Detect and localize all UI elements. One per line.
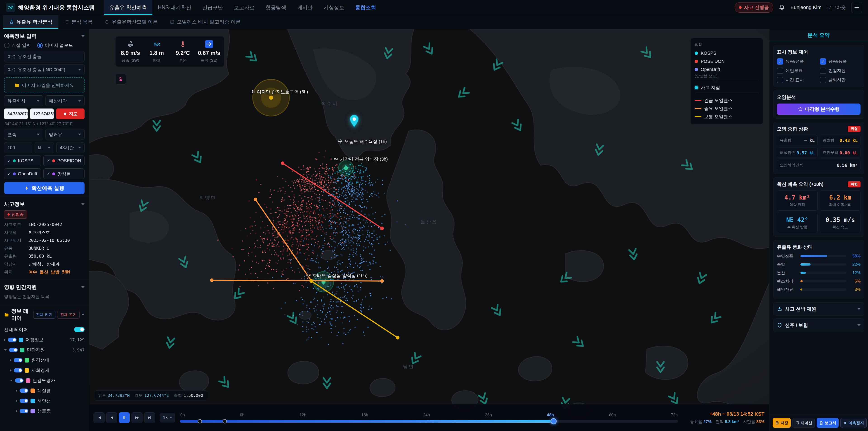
layers-all-off-button[interactable]: 전체 끄기	[57, 311, 80, 319]
user-name[interactable]: Eunjeong Kim	[790, 4, 822, 10]
display-checkbox-예인부표[interactable]: 예인부표	[777, 68, 817, 74]
sensitive-overlay-button[interactable]	[115, 74, 126, 85]
expand-arrow-icon[interactable]	[16, 390, 18, 392]
expand-arrow-icon[interactable]	[10, 380, 13, 381]
pause-button[interactable]	[119, 412, 130, 423]
layer-item[interactable]: 환경생태	[4, 355, 85, 365]
expand-arrow-icon[interactable]	[10, 359, 11, 362]
재계산-button[interactable]: 재계산	[793, 418, 815, 428]
image-upload-dropzone[interactable]: 이미지 파일을 선택하세요	[4, 77, 85, 93]
skip-start-button[interactable]	[94, 412, 104, 423]
nav-item-8[interactable]: 통합조회	[350, 0, 381, 15]
timeline-tick[interactable]: 24h	[423, 413, 430, 418]
polygon-analysis-button[interactable]: 다각형 분석수행	[777, 103, 861, 115]
layer-toggle[interactable]	[8, 338, 17, 342]
timeline-knob[interactable]	[550, 418, 557, 425]
display-checkbox-풍량/풍속[interactable]: ✓풍량/풍속	[820, 58, 861, 65]
map-canvas-area[interactable]: 여수시화양면돌산읍남면여자만 습지보호구역 (6h)오동도 해수욕장 (1h)가…	[89, 29, 770, 431]
collapsible-section-shield[interactable]: 선주 / 보험	[773, 318, 864, 332]
master-layer-toggle[interactable]	[74, 327, 85, 332]
longitude-input[interactable]: 127.674359903	[30, 109, 54, 119]
fast-forward-button[interactable]	[131, 412, 143, 423]
layer-item[interactable]: 사회경제	[4, 365, 85, 375]
timeline-tick[interactable]: 48h	[547, 413, 554, 418]
timeline-event-marker[interactable]	[223, 419, 227, 424]
timeline-tick[interactable]: 18h	[362, 413, 368, 418]
tab-4[interactable]: 오일펜스 배치 알고리즘 이론	[164, 15, 246, 29]
notifications-button[interactable]	[779, 4, 785, 11]
timeline-tick[interactable]: 36h	[485, 413, 492, 418]
checkbox-icon[interactable]	[820, 77, 826, 83]
input-mode-radio-1[interactable]: 직접 입력	[4, 42, 31, 49]
layer-toggle[interactable]	[20, 409, 28, 413]
collapse-chevron-icon[interactable]	[81, 286, 85, 288]
input-mode-radio-2[interactable]: 이미지 업로드	[37, 42, 73, 49]
checkbox-icon[interactable]: ✓	[820, 58, 826, 65]
expand-arrow-icon[interactable]	[16, 410, 18, 412]
timeline-tick[interactable]: 0h	[180, 413, 185, 418]
timeline-event-marker[interactable]	[197, 419, 202, 424]
logout-button[interactable]: 로그아웃	[827, 4, 846, 11]
step-back-button[interactable]	[106, 412, 117, 423]
display-checkbox-유량/유속[interactable]: ✓유량/유속	[777, 58, 817, 65]
nav-item-4[interactable]: 보고자료	[228, 0, 260, 15]
display-checkbox-시간 표시[interactable]: 시간 표시	[777, 77, 817, 83]
collapsible-section-ship[interactable]: 사고 선박 제원	[773, 302, 864, 316]
timeline-tick[interactable]: 12h	[300, 413, 306, 418]
incident-select[interactable]: 여수 유조선 충돌 (INC-0042)	[4, 64, 85, 75]
tab-1[interactable]: 유출유 확산분석	[3, 15, 58, 29]
layer-toggle[interactable]	[20, 399, 28, 403]
expand-arrow-icon[interactable]	[16, 400, 18, 402]
expand-arrow-icon[interactable]	[4, 339, 6, 341]
timeline-track[interactable]	[180, 420, 678, 423]
layer-item[interactable]: 민감자원3,947	[4, 345, 85, 355]
skip-end-button[interactable]	[144, 412, 155, 423]
menu-button[interactable]	[851, 2, 862, 13]
collapse-chevron-icon[interactable]	[81, 204, 85, 205]
expand-arrow-icon[interactable]	[4, 349, 7, 351]
speed-select[interactable]: 1×	[160, 413, 175, 423]
collapse-chevron-icon[interactable]	[81, 35, 85, 37]
layer-toggle[interactable]	[20, 389, 28, 393]
nav-item-3[interactable]: 긴급구난	[197, 0, 228, 15]
timeline-tick[interactable]: 6h	[240, 413, 244, 418]
nav-item-7[interactable]: 기상정보	[318, 0, 350, 15]
layer-item[interactable]: 생물종	[4, 406, 85, 416]
display-checkbox-날씨시간[interactable]: 날씨시간	[820, 77, 861, 83]
nav-item-2[interactable]: HNS·대기확산	[152, 0, 197, 15]
checkbox-icon[interactable]	[777, 77, 783, 83]
spill-mode-select[interactable]: 연속	[4, 129, 43, 140]
expected-time-select[interactable]: 예상시각	[45, 95, 85, 106]
layer-toggle[interactable]	[14, 368, 22, 372]
oil-type-select[interactable]: 벙커유	[45, 129, 85, 140]
model-chip-KOSPS[interactable]: ✓KOSPS	[4, 155, 41, 166]
layer-item[interactable]: 해안선	[4, 396, 85, 406]
timeline-tick[interactable]: 60h	[609, 413, 616, 418]
model-chip-POSEIDON[interactable]: ✓POSEIDON	[43, 155, 85, 166]
company-select[interactable]: 유출회사	[4, 95, 43, 106]
amount-input[interactable]: 100	[4, 142, 32, 153]
expand-arrow-icon[interactable]	[10, 369, 11, 372]
display-checkbox-민감자원[interactable]: 민감자원	[820, 68, 861, 74]
nav-item-6[interactable]: 게시판	[292, 0, 318, 15]
layer-toggle[interactable]	[9, 348, 18, 352]
저장-button[interactable]: 저장	[773, 418, 791, 428]
timeline-tick[interactable]: 72h	[671, 413, 678, 418]
layer-item[interactable]: 민감도평가	[4, 375, 85, 386]
duration-select[interactable]: 48시간	[56, 142, 85, 153]
예측정지-button[interactable]: 예측정지	[840, 418, 867, 428]
latitude-input[interactable]: 34.7392076023	[4, 109, 28, 119]
checkbox-icon[interactable]	[820, 68, 826, 74]
tab-2[interactable]: 분석 목록	[58, 15, 98, 29]
checkbox-icon[interactable]	[777, 68, 783, 74]
map-pick-button[interactable]: 지도	[56, 109, 85, 119]
layer-toggle[interactable]	[15, 378, 24, 382]
tab-3[interactable]: 유출유확산모델 이론	[98, 15, 164, 29]
run-prediction-button[interactable]: 확산예측 실행	[4, 182, 85, 194]
nav-item-5[interactable]: 항공탐색	[260, 0, 292, 15]
incident-pin[interactable]	[349, 115, 360, 128]
incident-name-input[interactable]: 여수 유조선 충돌	[4, 51, 85, 62]
보고서-button[interactable]: 보고서	[817, 418, 839, 428]
layer-item[interactable]: 계절별	[4, 386, 85, 396]
model-chip-OpenDrift[interactable]: ✓OpenDrift	[4, 168, 41, 179]
